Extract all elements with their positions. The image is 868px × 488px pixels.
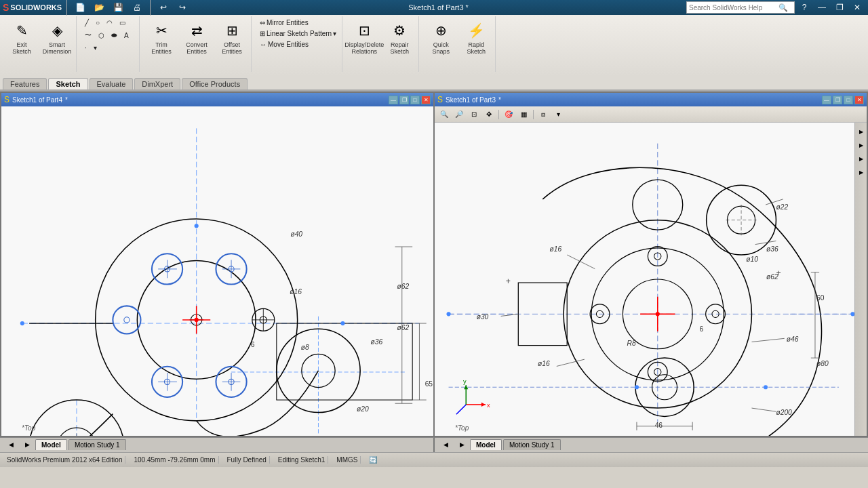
tab-office[interactable]: Office Products [182, 78, 248, 89]
view-sep1 [498, 110, 499, 119]
left-panel-controls: — ❐ □ ✕ [389, 96, 431, 104]
smart-dim-icon: ◈ [46, 20, 68, 41]
motion-tab-right[interactable]: Motion Study 1 [503, 439, 561, 450]
close-btn[interactable]: ✕ [849, 0, 865, 16]
polygon-button[interactable]: ⬡ [96, 29, 107, 41]
arc-button[interactable]: ◠ [104, 18, 115, 28]
restore-btn[interactable]: ❐ [831, 0, 848, 16]
fully-defined: Fully Defined [224, 456, 270, 464]
model-tab-right[interactable]: Model [470, 439, 502, 450]
ellipse-button[interactable]: ⬬ [108, 29, 120, 41]
quick-snaps-button[interactable]: ⊕ QuickSnaps [425, 18, 457, 58]
left-panel-close[interactable]: ✕ [421, 96, 431, 104]
editing-status: Editing Sketch1 [275, 456, 329, 464]
text-button[interactable]: A [121, 29, 132, 41]
linear-pattern-button[interactable]: ⊞ Linear Sketch Pattern ▾ [257, 28, 339, 39]
point-button[interactable]: · [82, 43, 90, 53]
svg-text:ø16: ø16 [550, 245, 562, 253]
open-btn[interactable]: 📂 [91, 0, 107, 16]
exit-sketch-label: Exit Sketch [7, 42, 36, 56]
window-title: Sketch1 of Part3 * [191, 3, 686, 12]
svg-point-20 [124, 317, 130, 323]
vt-btn4[interactable]: ▶ [854, 166, 868, 178]
svg-text:60: 60 [816, 294, 825, 302]
svg-text:6: 6 [699, 325, 703, 333]
mirror-entities-button[interactable]: ⇔ Mirror Entities [257, 18, 339, 28]
left-panel-restore[interactable]: ❐ [399, 96, 409, 104]
ribbon-group-exit: ✎ Exit Sketch ◈ SmartDimension [3, 16, 77, 72]
smart-dim-label: SmartDimension [43, 42, 72, 56]
svg-text:ø30: ø30 [477, 313, 489, 321]
left-view-label: *Top [22, 424, 35, 432]
mirror-icon: ⇔ [260, 19, 265, 26]
circle-button[interactable]: ○ [93, 18, 102, 28]
offset-entities-button[interactable]: ⊞ OffsetEntities [216, 18, 248, 58]
view-orient-btn[interactable]: 🎯 [502, 108, 515, 121]
pan-btn[interactable]: ✥ [482, 108, 496, 121]
view-display-btn[interactable]: ▦ [517, 108, 530, 121]
rebuild-icon[interactable]: 🔄 [366, 456, 380, 464]
left-panel-title: Sketch1 of Part4 [12, 96, 62, 104]
right-panel-float[interactable]: □ [844, 96, 853, 104]
right-panel-minimize[interactable]: — [822, 96, 831, 104]
coordinates: 100.45mm -79.26mm 0mm [131, 456, 218, 464]
display-label: Display/DeleteRelations [344, 42, 384, 56]
search-box[interactable]: 🔍 [686, 1, 795, 14]
trim-entities-button[interactable]: ✂ TrimEntities [145, 18, 178, 58]
tab-evaluate[interactable]: Evaluate [90, 78, 134, 89]
model-tab-left[interactable]: Model [35, 439, 67, 450]
zoom-in-btn[interactable]: 🔍 [437, 108, 451, 121]
motion-tab-left[interactable]: Motion Study 1 [68, 439, 126, 450]
help-btn[interactable]: ? [796, 0, 812, 16]
ribbon-group-trim: ✂ TrimEntities ⇄ ConvertEntities ⊞ Offse… [142, 16, 252, 72]
save-btn[interactable]: 💾 [110, 0, 126, 16]
new-btn[interactable]: 📄 [72, 0, 88, 16]
svg-line-151 [501, 314, 519, 316]
spline-button[interactable]: 〜 [82, 29, 94, 41]
scroll-left-btn[interactable]: ◀ [3, 436, 19, 453]
left-panel-float[interactable]: □ [410, 96, 420, 104]
linear-icon: ⊞ [260, 30, 265, 37]
redo-btn[interactable]: ↪ [174, 0, 191, 16]
rect-button[interactable]: ▭ [117, 18, 128, 28]
right-sketch-compact: ø22 ø36 ø62 ø10 ø16 ø16 R8 ø30 ø46 [435, 123, 867, 436]
scroll-right-btn[interactable]: ▶ [19, 436, 35, 453]
zoom-out-btn[interactable]: 🔎 [452, 108, 466, 121]
right-panel-close[interactable]: ✕ [854, 96, 864, 104]
more-button[interactable]: ▾ [91, 43, 100, 53]
scroll-right-btn-r[interactable]: ▶ [454, 436, 470, 453]
right-panel-restore[interactable]: ❐ [833, 96, 842, 104]
line-button[interactable]: ╱ [82, 18, 92, 28]
vt-btn2[interactable]: ▶ [854, 139, 868, 151]
panels: S Sketch1 of Part4 * — ❐ □ ✕ [0, 92, 868, 437]
section-view-btn[interactable]: ⧈ [536, 108, 550, 121]
linear-arrow: ▾ [333, 30, 336, 37]
scroll-left-btn-r[interactable]: ◀ [437, 436, 454, 453]
search-input[interactable] [689, 4, 777, 12]
search-icon[interactable]: 🔍 [778, 3, 788, 12]
vt-btn3[interactable]: ▶ [854, 152, 868, 165]
smart-dimension-button[interactable]: ◈ SmartDimension [41, 18, 73, 58]
repair-sketch-button[interactable]: ⚙ RepairSketch [383, 18, 416, 58]
svg-marker-177 [481, 403, 486, 407]
tab-features[interactable]: Features [3, 78, 47, 89]
repair-icon: ⚙ [389, 20, 410, 41]
move-entities-button[interactable]: ↔ Move Entities [257, 39, 339, 49]
view-more-btn[interactable]: ▾ [551, 108, 565, 121]
ribbon-group-snaps: ⊕ QuickSnaps ⚡ RapidSketch [422, 16, 496, 72]
rapid-sketch-button[interactable]: ⚡ RapidSketch [460, 18, 492, 58]
tab-sketch[interactable]: Sketch [48, 78, 87, 89]
svg-text:ø62: ø62 [397, 324, 410, 331]
convert-entities-button[interactable]: ⇄ ConvertEntities [180, 18, 213, 58]
exit-sketch-button[interactable]: ✎ Exit Sketch [5, 18, 38, 58]
minimize-btn[interactable]: — [814, 0, 830, 16]
svg-text:ø46: ø46 [787, 336, 799, 343]
vt-btn1[interactable]: ▶ [854, 125, 868, 138]
print-btn[interactable]: 🖨 [129, 0, 145, 16]
display-relations-button[interactable]: ⊡ Display/DeleteRelations [348, 18, 380, 58]
fit-all-btn[interactable]: ⊡ [467, 108, 481, 121]
app-edition: SolidWorks Premium 2012 x64 Edition [4, 456, 125, 464]
undo-btn[interactable]: ↩ [155, 0, 172, 16]
left-panel-minimize[interactable]: — [389, 96, 398, 104]
tab-dimxpert[interactable]: DimXpert [134, 78, 180, 89]
